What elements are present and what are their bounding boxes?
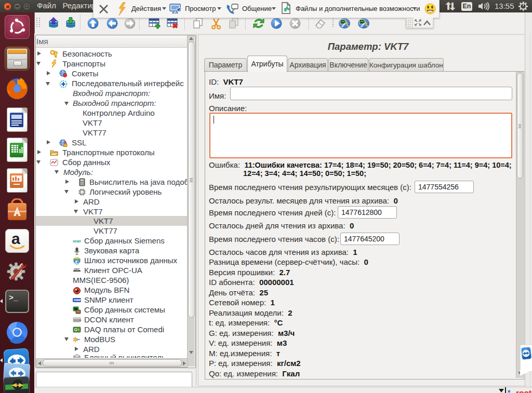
- svg-text:SIEMENS: SIEMENS: [73, 240, 81, 243]
- svg-text:DCON: DCON: [74, 319, 81, 322]
- svg-text:OPC: OPC: [74, 268, 80, 271]
- svg-text:SNMP: SNMP: [74, 299, 81, 302]
